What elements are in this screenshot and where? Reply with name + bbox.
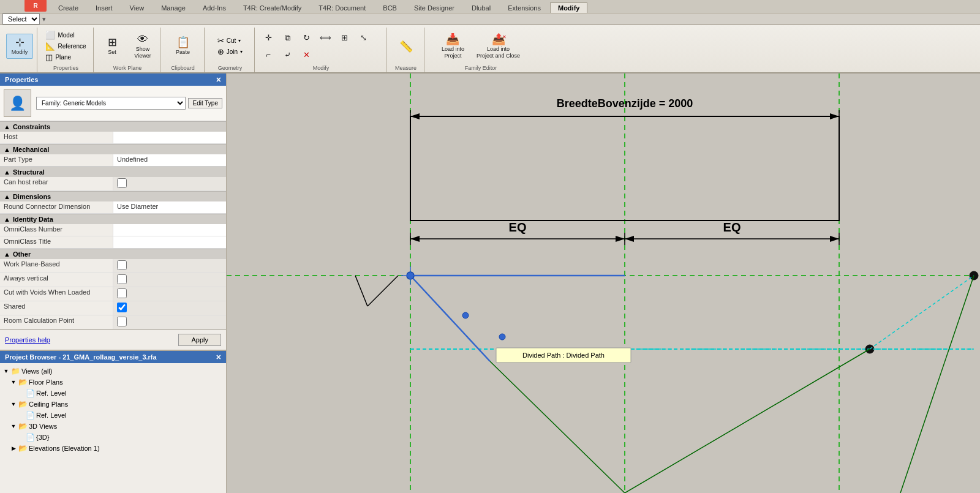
- cut-with-voids-checkbox[interactable]: [117, 288, 127, 298]
- mechanical-expand-icon: ▲: [4, 146, 10, 153]
- tree-item-views-all[interactable]: ▼ 📁 Views (all): [0, 366, 226, 377]
- tree-item-3d[interactable]: 📄 {3D}: [0, 432, 226, 443]
- properties-help-link[interactable]: Properties help: [5, 336, 50, 344]
- array-btn[interactable]: ⊞: [336, 32, 353, 43]
- always-vertical-label: Always vertical: [0, 273, 113, 287]
- reference-btn[interactable]: 📐 Reference: [42, 41, 89, 51]
- prop-type-selector: Family: Generic Models Edit Type: [36, 97, 222, 110]
- host-value[interactable]: [113, 132, 226, 143]
- dimension-text: BreedteBovenzijde = 2000: [557, 97, 693, 110]
- ribbon-group-properties: ⬜ Model 📐 Reference ◫ Plane Properties: [39, 28, 94, 72]
- rotate-btn[interactable]: ↻: [298, 32, 315, 43]
- delete-btn[interactable]: ✕: [298, 49, 315, 61]
- tree-item-3d-views[interactable]: ▼ 📂 3D Views: [0, 421, 226, 432]
- ribbon-group-workplane: ⊞ Set 👁 ShowViewer Work Plane: [95, 28, 160, 72]
- floor-plans-expand[interactable]: ▼: [10, 378, 17, 386]
- geometry-buttons: ✂ Cut ▾ ⊕ Join ▾: [214, 36, 246, 57]
- always-vertical-checkbox[interactable]: [117, 274, 127, 284]
- family-dropdown[interactable]: Family: Generic Models: [36, 97, 186, 110]
- section-identity: ▲ Identity Data: [0, 214, 226, 224]
- project-browser-close-btn[interactable]: ×: [216, 353, 221, 361]
- dimensions-expand-icon: ▲: [4, 193, 10, 200]
- tree-item-floor-plans[interactable]: ▼ 📂 Floor Plans: [0, 377, 226, 388]
- join-icon: ⊕: [217, 48, 224, 56]
- tree-item-ceiling-plans[interactable]: ▼ 📂 Ceiling Plans: [0, 399, 226, 410]
- tree-item-ref-level-floor[interactable]: 📄 Ref. Level: [0, 388, 226, 399]
- load-into-project-btn[interactable]: 📥 Load intoProject: [437, 31, 469, 62]
- omniclass-number-value[interactable]: [113, 224, 226, 236]
- round-connector-value[interactable]: Use Diameter: [113, 201, 226, 213]
- set-label: Set: [108, 49, 116, 56]
- tab-insert[interactable]: Insert: [88, 2, 121, 13]
- views-all-expand[interactable]: ▼: [2, 367, 10, 375]
- tab-modify[interactable]: Modify: [550, 2, 587, 13]
- measure-btn[interactable]: 📏: [395, 39, 417, 55]
- tree-item-ref-level-ceiling[interactable]: 📄 Ref. Level: [0, 410, 226, 421]
- ceiling-plans-expand[interactable]: ▼: [10, 401, 17, 408]
- floor-plans-label: Floor Plans: [29, 378, 63, 386]
- show-viewer-btn[interactable]: 👁 ShowViewer: [129, 31, 156, 62]
- omniclass-title-value[interactable]: [113, 236, 226, 248]
- room-calc-checkbox[interactable]: [117, 317, 127, 326]
- apply-button[interactable]: Apply: [178, 334, 221, 346]
- shared-checkbox[interactable]: [117, 303, 127, 312]
- mirror-btn[interactable]: ⟺: [317, 32, 334, 43]
- 3d-views-expand[interactable]: ▼: [10, 423, 17, 430]
- ribbon-tabs: R Create Insert View Manage Add-Ins T4R:…: [0, 0, 980, 13]
- select-dropdown[interactable]: Select: [2, 13, 40, 24]
- plane-btn[interactable]: ◫ Plane: [42, 52, 89, 62]
- ribbon-group-family-editor: 📥 Load intoProject 📤✕ Load intoProject a…: [426, 28, 536, 72]
- set-btn[interactable]: ⊞ Set: [99, 34, 126, 59]
- workplane-based-value: [113, 259, 226, 273]
- part-type-value[interactable]: Undefined: [113, 154, 226, 166]
- tab-addins[interactable]: Add-Ins: [195, 2, 234, 13]
- join-btn[interactable]: ⊕ Join ▾: [214, 47, 246, 57]
- tab-view[interactable]: View: [122, 2, 153, 13]
- workplane-based-checkbox[interactable]: [117, 260, 127, 270]
- eq-left-text: EQ: [509, 220, 527, 234]
- properties-group-label: Properties: [39, 65, 93, 71]
- copy-btn[interactable]: ⧉: [279, 32, 296, 43]
- ref-level-floor-icon: 📄: [26, 389, 35, 397]
- trim-btn[interactable]: ⌐: [260, 49, 277, 61]
- edit-type-btn[interactable]: Edit Type: [188, 98, 222, 108]
- section-constraints: ▲ Constraints: [0, 121, 226, 132]
- cut-with-voids-label: Cut with Voids When Loaded: [0, 287, 113, 301]
- tab-create[interactable]: Create: [50, 2, 86, 13]
- load-into-project-label: Load intoProject: [442, 46, 464, 59]
- move-btn[interactable]: ✛: [260, 32, 277, 43]
- 3d-views-icon: 📂: [18, 422, 28, 431]
- tab-manage[interactable]: Manage: [153, 2, 194, 13]
- offset-icon: ⤶: [284, 51, 291, 59]
- load-into-project-close-btn[interactable]: 📤✕ Load intoProject and Close: [472, 31, 524, 62]
- plane-icon: ◫: [45, 53, 53, 61]
- model-btn[interactable]: ⬜ Model: [42, 30, 89, 40]
- tab-extensions[interactable]: Extensions: [500, 2, 549, 13]
- cut-btn[interactable]: ✂ Cut ▾: [214, 36, 246, 46]
- model-label: Model: [58, 32, 74, 39]
- geometry-group-label: Geometry: [206, 65, 254, 71]
- dimensions-label: Dimensions: [13, 193, 51, 200]
- ribbon: R Create Insert View Manage Add-Ins T4R:…: [0, 0, 980, 73]
- tab-bcb[interactable]: BCB: [375, 2, 405, 13]
- can-host-rebar-checkbox[interactable]: [117, 178, 127, 188]
- paste-btn[interactable]: 📋 Paste: [170, 34, 197, 59]
- modify-button[interactable]: ⊹ Modify: [6, 34, 33, 59]
- reference-label: Reference: [58, 43, 86, 50]
- tab-dlubal[interactable]: Dlubal: [464, 2, 499, 13]
- tree-item-elevations[interactable]: ▶ 📂 Elevations (Elevation 1): [0, 443, 226, 454]
- control-point-2: [462, 312, 469, 318]
- elevations-expand[interactable]: ▶: [10, 445, 17, 452]
- properties-close-btn[interactable]: ×: [216, 75, 221, 84]
- family-editor-group-label: Family Editor: [426, 65, 536, 71]
- ref-level-floor-label: Ref. Level: [36, 390, 67, 397]
- tab-site[interactable]: Site Designer: [406, 2, 462, 13]
- scale-btn[interactable]: ⤡: [355, 32, 372, 43]
- tab-t4r-doc[interactable]: T4R: Document: [311, 2, 374, 13]
- app-button[interactable]: R: [24, 0, 47, 12]
- 3d-views-label: 3D Views: [29, 423, 57, 430]
- control-point-3: [499, 334, 505, 340]
- tab-t4r-create[interactable]: T4R: Create/Modify: [235, 2, 309, 13]
- offset-btn[interactable]: ⤶: [279, 49, 296, 61]
- section-other: ▲ Other: [0, 249, 226, 259]
